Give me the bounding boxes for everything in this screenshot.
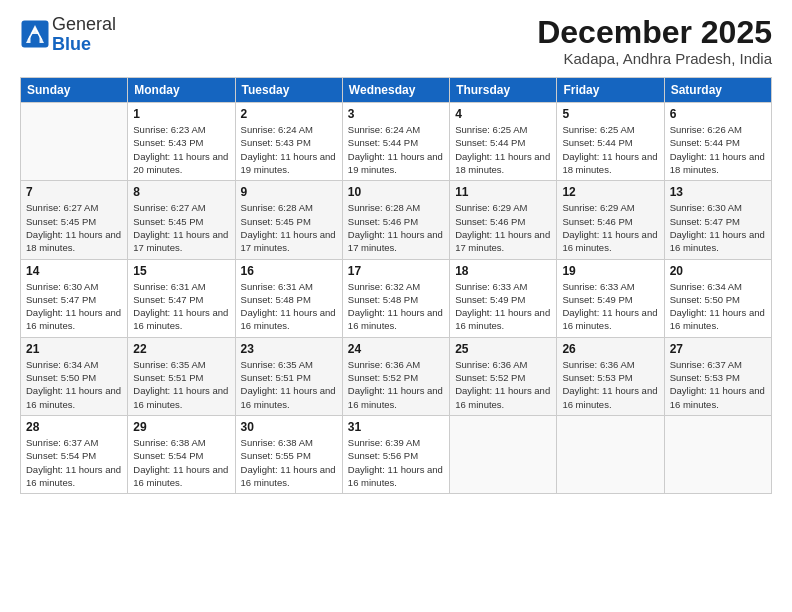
day-cell: 5Sunrise: 6:25 AMSunset: 5:44 PMDaylight… [557, 103, 664, 181]
day-info: Sunrise: 6:30 AMSunset: 5:47 PMDaylight:… [670, 202, 765, 253]
day-cell: 4Sunrise: 6:25 AMSunset: 5:44 PMDaylight… [450, 103, 557, 181]
day-number: 12 [562, 185, 658, 199]
day-cell [21, 103, 128, 181]
day-cell: 28Sunrise: 6:37 AMSunset: 5:54 PMDayligh… [21, 415, 128, 493]
day-number: 2 [241, 107, 337, 121]
day-info: Sunrise: 6:39 AMSunset: 5:56 PMDaylight:… [348, 437, 443, 488]
day-number: 31 [348, 420, 444, 434]
day-cell [557, 415, 664, 493]
day-info: Sunrise: 6:31 AMSunset: 5:47 PMDaylight:… [133, 281, 228, 332]
day-info: Sunrise: 6:24 AMSunset: 5:43 PMDaylight:… [241, 124, 336, 175]
day-info: Sunrise: 6:30 AMSunset: 5:47 PMDaylight:… [26, 281, 121, 332]
week-row-5: 28Sunrise: 6:37 AMSunset: 5:54 PMDayligh… [21, 415, 772, 493]
day-number: 18 [455, 264, 551, 278]
day-number: 10 [348, 185, 444, 199]
day-cell: 20Sunrise: 6:34 AMSunset: 5:50 PMDayligh… [664, 259, 771, 337]
day-cell: 9Sunrise: 6:28 AMSunset: 5:45 PMDaylight… [235, 181, 342, 259]
day-cell: 11Sunrise: 6:29 AMSunset: 5:46 PMDayligh… [450, 181, 557, 259]
day-info: Sunrise: 6:31 AMSunset: 5:48 PMDaylight:… [241, 281, 336, 332]
day-cell: 25Sunrise: 6:36 AMSunset: 5:52 PMDayligh… [450, 337, 557, 415]
day-number: 27 [670, 342, 766, 356]
day-info: Sunrise: 6:23 AMSunset: 5:43 PMDaylight:… [133, 124, 228, 175]
day-cell: 1Sunrise: 6:23 AMSunset: 5:43 PMDaylight… [128, 103, 235, 181]
day-number: 4 [455, 107, 551, 121]
logo-general: General [52, 14, 116, 34]
day-info: Sunrise: 6:27 AMSunset: 5:45 PMDaylight:… [26, 202, 121, 253]
day-number: 24 [348, 342, 444, 356]
day-cell: 22Sunrise: 6:35 AMSunset: 5:51 PMDayligh… [128, 337, 235, 415]
svg-rect-2 [31, 34, 40, 43]
header-thursday: Thursday [450, 78, 557, 103]
day-info: Sunrise: 6:38 AMSunset: 5:55 PMDaylight:… [241, 437, 336, 488]
logo: General Blue [20, 15, 116, 55]
day-number: 7 [26, 185, 122, 199]
day-number: 19 [562, 264, 658, 278]
day-cell: 17Sunrise: 6:32 AMSunset: 5:48 PMDayligh… [342, 259, 449, 337]
day-info: Sunrise: 6:33 AMSunset: 5:49 PMDaylight:… [455, 281, 550, 332]
day-cell: 18Sunrise: 6:33 AMSunset: 5:49 PMDayligh… [450, 259, 557, 337]
day-number: 15 [133, 264, 229, 278]
day-number: 1 [133, 107, 229, 121]
day-number: 8 [133, 185, 229, 199]
day-cell: 7Sunrise: 6:27 AMSunset: 5:45 PMDaylight… [21, 181, 128, 259]
header-sunday: Sunday [21, 78, 128, 103]
week-row-1: 1Sunrise: 6:23 AMSunset: 5:43 PMDaylight… [21, 103, 772, 181]
day-info: Sunrise: 6:28 AMSunset: 5:46 PMDaylight:… [348, 202, 443, 253]
day-info: Sunrise: 6:37 AMSunset: 5:53 PMDaylight:… [670, 359, 765, 410]
day-cell: 30Sunrise: 6:38 AMSunset: 5:55 PMDayligh… [235, 415, 342, 493]
day-cell [450, 415, 557, 493]
day-cell: 27Sunrise: 6:37 AMSunset: 5:53 PMDayligh… [664, 337, 771, 415]
day-number: 9 [241, 185, 337, 199]
day-cell: 26Sunrise: 6:36 AMSunset: 5:53 PMDayligh… [557, 337, 664, 415]
week-row-4: 21Sunrise: 6:34 AMSunset: 5:50 PMDayligh… [21, 337, 772, 415]
day-cell: 12Sunrise: 6:29 AMSunset: 5:46 PMDayligh… [557, 181, 664, 259]
day-cell: 16Sunrise: 6:31 AMSunset: 5:48 PMDayligh… [235, 259, 342, 337]
day-cell: 2Sunrise: 6:24 AMSunset: 5:43 PMDaylight… [235, 103, 342, 181]
day-info: Sunrise: 6:37 AMSunset: 5:54 PMDaylight:… [26, 437, 121, 488]
day-info: Sunrise: 6:24 AMSunset: 5:44 PMDaylight:… [348, 124, 443, 175]
day-cell: 24Sunrise: 6:36 AMSunset: 5:52 PMDayligh… [342, 337, 449, 415]
day-cell: 8Sunrise: 6:27 AMSunset: 5:45 PMDaylight… [128, 181, 235, 259]
day-number: 30 [241, 420, 337, 434]
day-number: 29 [133, 420, 229, 434]
day-info: Sunrise: 6:25 AMSunset: 5:44 PMDaylight:… [562, 124, 657, 175]
header: General Blue December 2025 Kadapa, Andhr… [20, 15, 772, 67]
day-info: Sunrise: 6:35 AMSunset: 5:51 PMDaylight:… [133, 359, 228, 410]
day-number: 13 [670, 185, 766, 199]
day-cell: 15Sunrise: 6:31 AMSunset: 5:47 PMDayligh… [128, 259, 235, 337]
header-monday: Monday [128, 78, 235, 103]
day-cell: 29Sunrise: 6:38 AMSunset: 5:54 PMDayligh… [128, 415, 235, 493]
week-row-2: 7Sunrise: 6:27 AMSunset: 5:45 PMDaylight… [21, 181, 772, 259]
location: Kadapa, Andhra Pradesh, India [537, 50, 772, 67]
day-cell: 19Sunrise: 6:33 AMSunset: 5:49 PMDayligh… [557, 259, 664, 337]
day-number: 28 [26, 420, 122, 434]
day-info: Sunrise: 6:35 AMSunset: 5:51 PMDaylight:… [241, 359, 336, 410]
day-cell: 10Sunrise: 6:28 AMSunset: 5:46 PMDayligh… [342, 181, 449, 259]
day-cell [664, 415, 771, 493]
day-number: 20 [670, 264, 766, 278]
day-info: Sunrise: 6:34 AMSunset: 5:50 PMDaylight:… [26, 359, 121, 410]
day-info: Sunrise: 6:26 AMSunset: 5:44 PMDaylight:… [670, 124, 765, 175]
day-number: 21 [26, 342, 122, 356]
day-cell: 23Sunrise: 6:35 AMSunset: 5:51 PMDayligh… [235, 337, 342, 415]
day-cell: 3Sunrise: 6:24 AMSunset: 5:44 PMDaylight… [342, 103, 449, 181]
day-number: 26 [562, 342, 658, 356]
day-info: Sunrise: 6:29 AMSunset: 5:46 PMDaylight:… [455, 202, 550, 253]
header-wednesday: Wednesday [342, 78, 449, 103]
day-number: 16 [241, 264, 337, 278]
logo-text: General Blue [52, 15, 116, 55]
day-info: Sunrise: 6:28 AMSunset: 5:45 PMDaylight:… [241, 202, 336, 253]
day-number: 11 [455, 185, 551, 199]
day-number: 22 [133, 342, 229, 356]
header-saturday: Saturday [664, 78, 771, 103]
header-friday: Friday [557, 78, 664, 103]
header-tuesday: Tuesday [235, 78, 342, 103]
calendar-table: Sunday Monday Tuesday Wednesday Thursday… [20, 77, 772, 494]
day-number: 5 [562, 107, 658, 121]
title-block: December 2025 Kadapa, Andhra Pradesh, In… [537, 15, 772, 67]
day-info: Sunrise: 6:33 AMSunset: 5:49 PMDaylight:… [562, 281, 657, 332]
day-cell: 13Sunrise: 6:30 AMSunset: 5:47 PMDayligh… [664, 181, 771, 259]
logo-blue: Blue [52, 34, 91, 54]
day-info: Sunrise: 6:36 AMSunset: 5:52 PMDaylight:… [348, 359, 443, 410]
day-number: 25 [455, 342, 551, 356]
